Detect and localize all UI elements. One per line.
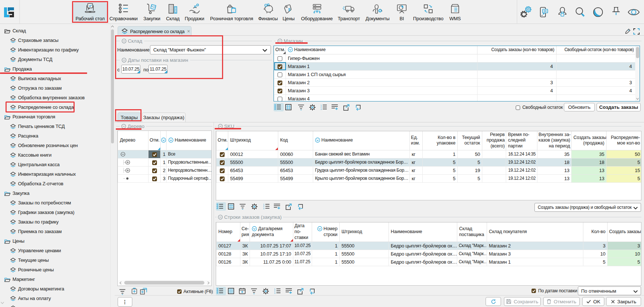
svg-text:3: 3	[274, 292, 275, 294]
svg-text:$: $	[288, 7, 290, 12]
svg-text:3: 3	[321, 108, 322, 110]
svg-text:3: 3	[263, 207, 264, 210]
